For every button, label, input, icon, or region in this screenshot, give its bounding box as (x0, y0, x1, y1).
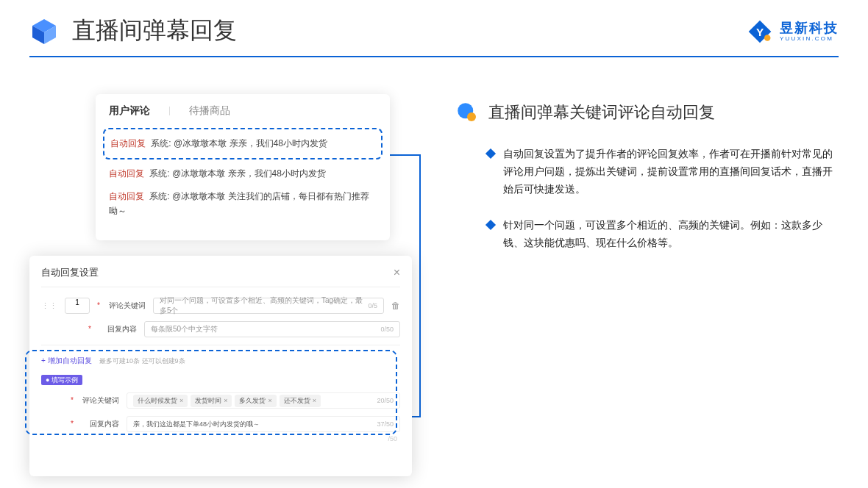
comment-text: 系统: @冰墩墩本墩 关注我们的店铺，每日都有热门推荐呦～ (109, 191, 369, 215)
keyword-tag[interactable]: 什么时候发货× (133, 395, 188, 407)
ex-content-count: 37/50 (377, 420, 394, 428)
bullet-item: 自动回复设置为了提升作者的评论回复效率，作者可在开播前针对常见的评论用户问题，提… (487, 146, 839, 198)
ex-keyword-input[interactable]: 什么时候发货× 发货时间× 多久发货× 还不发货× 20/50 (127, 392, 400, 409)
content-input[interactable]: 每条限50个中文字符 0/50 (144, 321, 400, 337)
content-count: 0/50 (380, 326, 394, 333)
comment-item: 自动回复 系统: @冰墩墩本墩 亲亲，我们48小时内发货 (109, 167, 377, 181)
close-icon[interactable]: × (394, 266, 400, 279)
svg-text:Y: Y (756, 26, 764, 38)
ex-content-text: 亲，我们这边都是下单48小时内发货的哦～ (133, 420, 260, 429)
page-title: 直播间弹幕回复 (72, 15, 237, 47)
content-row: *回复内容 每条限50个中文字符 0/50 (41, 321, 400, 337)
auto-reply-tag: 自动回复 (109, 168, 144, 179)
svg-point-5 (764, 35, 771, 41)
svg-point-7 (467, 112, 476, 121)
tab-user-comments[interactable]: 用户评论 (109, 104, 150, 118)
ex-keyword-label: 评论关键词 (77, 395, 119, 406)
example-content-row: *回复内容 亲，我们这边都是下单48小时内发货的哦～ 37/50 (41, 416, 400, 432)
index-input[interactable]: 1 (65, 298, 90, 314)
keyword-row: ⋮⋮ 1 *评论关键词 对同一个问题，可设置多个相近、高频的关键词，Tag确定，… (41, 298, 400, 314)
ex-content-label: 回复内容 (77, 419, 119, 429)
content-label: 回复内容 (94, 324, 137, 334)
faded-count: /50 (388, 435, 397, 442)
brand-sub: YUUXIN.COM (780, 36, 839, 42)
keyword-tag[interactable]: 还不发货× (280, 395, 321, 407)
add-reply-hint: 最多可建10条 还可以创建9条 (99, 357, 185, 365)
delete-icon[interactable]: 🗑 (391, 301, 400, 311)
comment-item-highlighted: 自动回复 系统: @冰墩墩本墩 亲亲，我们48小时内发货 (103, 128, 383, 159)
tab-separator (169, 107, 170, 115)
diamond-icon (485, 148, 496, 159)
drag-handle-icon[interactable]: ⋮⋮ (41, 301, 57, 311)
example-section: + 增加自动回复 最多可建10条 还可以创建9条 ● 填写示例 *评论关键词 什… (41, 345, 400, 432)
comment-item: 自动回复 系统: @冰墩墩本墩 关注我们的店铺，每日都有热门推荐呦～ (109, 190, 377, 218)
connector-line (419, 154, 421, 417)
brand-name: 昱新科技 (780, 21, 839, 35)
example-keyword-row: *评论关键词 什么时候发货× 发货时间× 多久发货× 还不发货× 20/50 (41, 392, 400, 409)
bullet-item: 针对同一个问题，可设置多个相近的、高频的关键词。例如：这款多少钱、这块能优惠吗、… (487, 217, 839, 252)
keyword-input[interactable]: 对同一个问题，可设置多个相近、高频的关键词，Tag确定，最多5个 0/5 (153, 298, 384, 314)
keyword-tag[interactable]: 多久发货× (235, 395, 276, 407)
add-reply-link[interactable]: + 增加自动回复 (41, 356, 92, 366)
auto-reply-settings-modal: 自动回复设置 × ⋮⋮ 1 *评论关键词 对同一个问题，可设置多个相近、高频的关… (29, 256, 412, 476)
diamond-icon (485, 220, 496, 230)
comment-text: 系统: @冰墩墩本墩 亲亲，我们48小时内发货 (149, 168, 326, 179)
comments-panel: 用户评论 待播商品 自动回复 系统: @冰墩墩本墩 亲亲，我们48小时内发货 自… (96, 94, 390, 240)
auto-reply-tag: 自动回复 (110, 138, 146, 148)
bubble-icon (456, 101, 478, 123)
tab-pending-products[interactable]: 待播商品 (189, 104, 230, 118)
keyword-count: 0/5 (368, 302, 377, 309)
keyword-tag[interactable]: 发货时间× (191, 395, 232, 407)
ex-keyword-count: 20/50 (377, 397, 394, 404)
ex-content-input[interactable]: 亲，我们这边都是下单48小时内发货的哦～ 37/50 (127, 416, 400, 432)
keyword-label: 评论关键词 (103, 301, 146, 311)
cube-icon (29, 16, 59, 46)
auto-reply-tag: 自动回复 (109, 191, 144, 201)
brand: Y 昱新科技 YUUXIN.COM (747, 19, 839, 44)
bullet-text: 针对同一个问题，可设置多个相近的、高频的关键词。例如：这款多少钱、这块能优惠吗、… (503, 217, 839, 252)
example-badge: ● 填写示例 (41, 375, 82, 385)
comment-text: 系统: @冰墩墩本墩 亲亲，我们48小时内发货 (151, 138, 327, 148)
section-title: 直播间弹幕关键词评论自动回复 (488, 101, 715, 123)
connector-line (388, 154, 421, 156)
bullet-text: 自动回复设置为了提升作者的评论回复效率，作者可在开播前针对常见的评论用户问题，提… (503, 146, 839, 198)
keyword-placeholder: 对同一个问题，可设置多个相近、高频的关键词，Tag确定，最多5个 (160, 295, 369, 316)
modal-title: 自动回复设置 (41, 266, 99, 279)
content-placeholder: 每条限50个中文字符 (151, 324, 218, 334)
brand-logo-icon: Y (747, 19, 772, 44)
